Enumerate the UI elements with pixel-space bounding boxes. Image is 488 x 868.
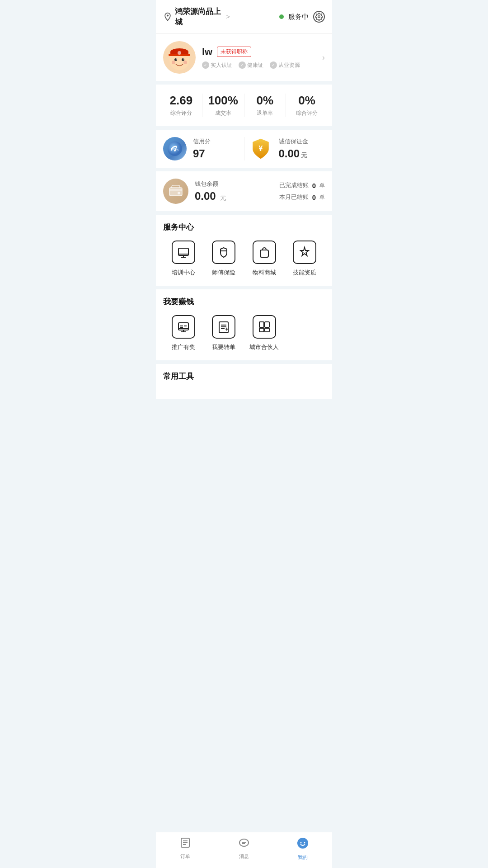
wallet-month-value: 0 — [312, 193, 316, 201]
earn-promote-item[interactable]: 推广有奖 — [163, 315, 204, 351]
stat-label-composite: 综合评分 — [286, 109, 328, 117]
svg-point-19 — [178, 192, 180, 194]
service-skill-icon — [293, 241, 316, 264]
username: lw — [202, 46, 212, 58]
service-skill-label: 技能资质 — [293, 269, 316, 277]
svg-point-12 — [183, 61, 187, 64]
stat-cancel-rate[interactable]: 0% 退单率 — [244, 94, 286, 117]
svg-rect-40 — [265, 328, 269, 332]
certifications: ✓ 实人认证 ✓ 健康证 ✓ 从业资源 — [202, 61, 316, 69]
stat-value-deal: 100% — [202, 94, 244, 108]
svg-point-1 — [318, 16, 320, 18]
service-insurance-item[interactable]: 师傅保险 — [204, 241, 244, 277]
wallet-icon — [163, 179, 188, 204]
tools-title: 常用工具 — [163, 371, 325, 382]
wallet-settled-item[interactable]: 已完成结账 0 单 — [279, 181, 325, 189]
credit-section[interactable]: 信用分 97 — [163, 137, 239, 160]
service-shop-item[interactable]: 物料商城 — [244, 241, 285, 277]
settings-icon[interactable] — [313, 11, 325, 23]
svg-text:¥: ¥ — [258, 145, 263, 152]
status-text: 服务中 — [288, 13, 309, 21]
nav-mine-label: 我的 — [298, 854, 308, 861]
credit-info: 信用分 97 — [193, 137, 239, 160]
stats-card: 2.69 综合评分 100% 成交率 0% 退单率 0% 综合评分 — [156, 85, 332, 126]
wallet-label: 钱包余额 — [195, 180, 279, 188]
stat-label-deal: 成交率 — [202, 109, 244, 117]
deposit-value: 0.00元 — [279, 147, 325, 160]
nav-messages[interactable]: 消息 — [215, 837, 273, 861]
stat-deal-rate[interactable]: 100% 成交率 — [202, 94, 244, 117]
cert-check-icon: ✓ — [202, 61, 209, 69]
service-center-grid: 培训中心 师傅保险 物料商城 — [163, 241, 325, 277]
svg-rect-39 — [259, 328, 264, 332]
nav-orders[interactable]: 订单 — [156, 837, 215, 861]
header-right: 服务中 — [279, 11, 325, 23]
earn-promote-label: 推广有奖 — [172, 343, 195, 351]
store-chevron: > — [226, 13, 230, 20]
svg-rect-37 — [259, 322, 264, 327]
stat-label-score: 综合评分 — [160, 109, 202, 117]
svg-point-11 — [172, 61, 175, 64]
wallet-settled-label: 已完成结账 — [279, 181, 309, 189]
deposit-section[interactable]: ¥ 诚信保证金 0.00元 — [249, 137, 325, 160]
credit-deposit-card: 信用分 97 ¥ 诚信保证金 0.00元 — [156, 130, 332, 168]
profile-chevron-icon[interactable]: › — [322, 53, 325, 62]
earn-transfer-item[interactable]: 我要转单 — [204, 315, 244, 351]
cert-employment: ✓ 从业资源 — [270, 61, 300, 69]
wallet-card: 钱包余额 0.00 元 已完成结账 0 单 本月已结账 0 单 — [156, 171, 332, 211]
stat-value-score: 2.69 — [160, 94, 202, 108]
wallet-month-item[interactable]: 本月已结账 0 单 — [279, 193, 325, 201]
svg-rect-38 — [265, 322, 269, 327]
stat-composite-score[interactable]: 0% 综合评分 — [286, 94, 328, 117]
service-skill-item[interactable]: 技能资质 — [285, 241, 325, 277]
title-badge: 未获得职称 — [217, 47, 251, 57]
service-shop-icon — [253, 241, 276, 264]
service-insurance-label: 师傅保险 — [212, 269, 235, 277]
earn-money-grid: 推广有奖 我要转单 — [163, 315, 325, 351]
earn-partner-item[interactable]: 城市合伙人 — [244, 315, 285, 351]
cert-check-icon3: ✓ — [270, 61, 277, 69]
earn-money-title: 我要赚钱 — [163, 297, 325, 307]
svg-point-50 — [300, 842, 302, 844]
earn-transfer-icon — [212, 315, 235, 339]
earn-partner-icon — [253, 315, 276, 339]
avatar[interactable] — [163, 41, 196, 74]
store-name[interactable]: 鸿荣源尚品上城 — [175, 6, 224, 27]
service-insurance-icon — [212, 241, 235, 264]
service-training-label: 培训中心 — [172, 269, 195, 277]
wallet-settled-value: 0 — [312, 182, 316, 189]
svg-point-10 — [183, 59, 184, 60]
wallet-month-unit: 单 — [319, 193, 325, 201]
credit-label: 信用分 — [193, 137, 239, 146]
service-training-icon — [172, 241, 195, 264]
credit-icon — [163, 137, 187, 160]
wallet-info[interactable]: 钱包余额 0.00 元 — [195, 180, 279, 203]
deposit-icon: ¥ — [249, 137, 272, 160]
stat-overall-score[interactable]: 2.69 综合评分 — [160, 94, 202, 117]
nav-orders-label: 订单 — [180, 853, 190, 860]
profile-info: lw 未获得职称 ✓ 实人认证 ✓ 健康证 ✓ 从业资源 — [202, 46, 316, 69]
svg-point-9 — [176, 59, 177, 60]
wallet-month-label: 本月已结账 — [279, 193, 309, 201]
cert-check-icon2: ✓ — [239, 61, 246, 69]
svg-point-49 — [298, 838, 308, 848]
earn-promote-icon — [172, 315, 195, 339]
deposit-label: 诚信保证金 — [279, 137, 325, 146]
nav-mine[interactable]: 我的 — [273, 837, 332, 861]
status-dot — [279, 14, 284, 19]
stat-value-composite: 0% — [286, 94, 328, 108]
earn-partner-label: 城市合伙人 — [249, 343, 279, 351]
cert-health: ✓ 健康证 — [239, 61, 263, 69]
username-row: lw 未获得职称 — [202, 46, 316, 58]
service-training-item[interactable]: 培训中心 — [163, 241, 204, 277]
nav-mine-icon — [296, 837, 309, 852]
svg-point-0 — [167, 14, 169, 16]
svg-rect-18 — [169, 189, 182, 191]
deposit-info: 诚信保证金 0.00元 — [279, 137, 325, 160]
svg-rect-25 — [260, 250, 268, 257]
svg-point-51 — [304, 842, 305, 844]
stat-label-cancel: 退单率 — [244, 109, 286, 117]
nav-messages-label: 消息 — [239, 853, 249, 860]
card-divider — [244, 137, 244, 160]
stat-value-cancel: 0% — [244, 94, 286, 108]
